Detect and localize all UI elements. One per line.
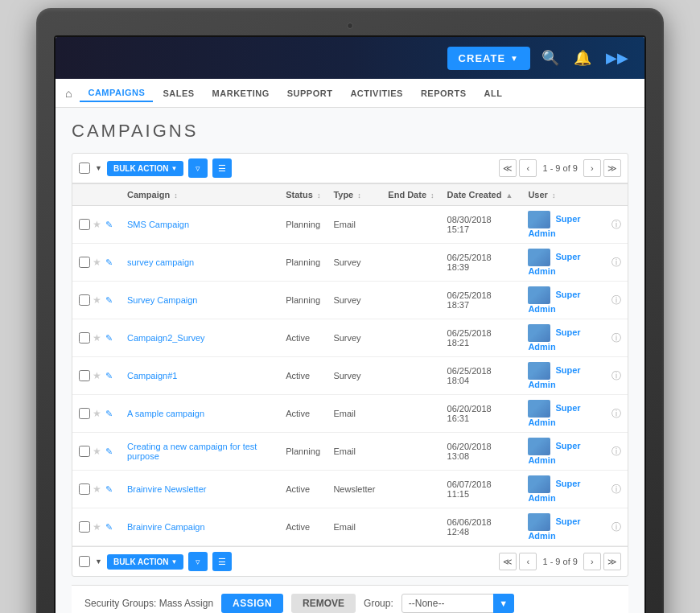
select-all-checkbox-bottom[interactable] <box>79 556 90 567</box>
row-edit-6[interactable]: ✎ <box>105 446 113 457</box>
row-edit-3[interactable]: ✎ <box>105 333 113 344</box>
row-star-5[interactable]: ★ <box>93 408 101 419</box>
row-star-3[interactable]: ★ <box>93 332 101 344</box>
info-icon-8[interactable]: ⓘ <box>611 521 621 533</box>
row-star-7[interactable]: ★ <box>93 483 101 495</box>
info-icon-5[interactable]: ⓘ <box>611 408 621 419</box>
bell-icon[interactable]: 🔔 <box>570 46 595 70</box>
filter-icon-btn-top[interactable]: ▿ <box>188 158 208 178</box>
row-star-8[interactable]: ★ <box>93 521 101 533</box>
remove-button[interactable]: REMOVE <box>291 594 356 613</box>
nav-campaigns[interactable]: CAMPAIGNS <box>80 84 153 102</box>
th-user[interactable]: User ↕ <box>521 184 605 206</box>
group-select[interactable]: --None-- <box>401 594 514 613</box>
row-info-5: ⓘ <box>605 395 628 433</box>
campaign-link-8[interactable]: Brainvire Campaign <box>127 522 205 532</box>
last-page-btn-bottom[interactable]: ≫ <box>603 553 621 570</box>
row-checkbox-7[interactable] <box>79 483 90 495</box>
next-page-btn-top[interactable]: › <box>583 159 601 177</box>
th-actions <box>605 184 628 206</box>
row-edit-2[interactable]: ✎ <box>105 295 113 306</box>
campaign-link-1[interactable]: survey campaign <box>127 257 194 267</box>
first-page-btn-bottom[interactable]: ≪ <box>499 553 517 570</box>
select-all-checkbox-top[interactable] <box>79 163 90 174</box>
search-icon[interactable]: 🔍 <box>538 46 562 70</box>
select-dropdown-bottom[interactable]: ▼ <box>95 557 102 566</box>
nav-all[interactable]: ALL <box>476 85 511 101</box>
row-info-6: ⓘ <box>605 433 628 471</box>
campaign-link-2[interactable]: Survey Campaign <box>127 295 197 305</box>
info-icon-7[interactable]: ⓘ <box>611 483 621 495</box>
home-icon[interactable]: ⌂ <box>65 87 72 100</box>
row-checkbox-5[interactable] <box>79 408 90 419</box>
nav-support[interactable]: SUPPORT <box>279 85 341 101</box>
row-checkbox-3[interactable] <box>79 332 90 344</box>
campaign-link-0[interactable]: SMS Campaign <box>127 220 189 229</box>
campaign-link-4[interactable]: Campaign#1 <box>127 371 177 381</box>
row-edit-1[interactable]: ✎ <box>105 257 113 268</box>
th-end-date[interactable]: End Date ↕ <box>381 184 440 206</box>
camera-dot <box>347 23 353 29</box>
assign-button[interactable]: ASSIGN <box>221 594 283 613</box>
select-dropdown-top[interactable]: ▼ <box>95 164 102 172</box>
columns-icon-btn-bottom[interactable]: ☰ <box>212 552 232 571</box>
info-icon-1[interactable]: ⓘ <box>611 257 621 268</box>
nav-activities[interactable]: ACTIVITIES <box>342 85 411 101</box>
th-date-created[interactable]: Date Created ▲ <box>441 184 522 206</box>
nav-marketing[interactable]: MARKETING <box>204 85 278 101</box>
bulk-action-btn-bottom[interactable]: BULK ACTION ▼ <box>107 554 183 570</box>
prev-page-btn-top[interactable]: ‹ <box>519 159 537 177</box>
first-page-btn-top[interactable]: ≪ <box>499 159 517 177</box>
row-edit-8[interactable]: ✎ <box>105 522 113 533</box>
row-checkbox-4[interactable] <box>79 370 90 381</box>
th-type[interactable]: Type ↕ <box>327 184 381 206</box>
row-checkbox-2[interactable] <box>79 294 90 306</box>
row-name-8: Brainvire Campaign <box>121 508 279 546</box>
row-checkbox-1[interactable] <box>79 257 90 268</box>
prev-page-btn-bottom[interactable]: ‹ <box>519 553 537 570</box>
row-star-2[interactable]: ★ <box>93 294 101 306</box>
nav-reports[interactable]: REPORTS <box>413 85 475 101</box>
info-icon-2[interactable]: ⓘ <box>611 294 621 306</box>
security-label: Security Groups: Mass Assign <box>84 598 213 609</box>
row-edit-7[interactable]: ✎ <box>105 484 113 495</box>
row-checkbox-8[interactable] <box>79 521 90 533</box>
row-status-7: Active <box>279 471 327 508</box>
row-star-0[interactable]: ★ <box>93 219 101 230</box>
row-checkbox-6[interactable] <box>79 446 90 457</box>
info-icon-3[interactable]: ⓘ <box>611 332 621 344</box>
bulk-action-btn-top[interactable]: BULK ACTION ▼ <box>107 161 183 176</box>
row-info-4: ⓘ <box>605 357 628 395</box>
campaign-link-5[interactable]: A sample campaign <box>127 409 204 418</box>
row-status-1: Planning <box>279 244 327 282</box>
row-user-7: Super Admin <box>521 471 605 508</box>
campaign-link-3[interactable]: Campaign2_Survey <box>127 333 205 343</box>
user-avatar-4 <box>528 362 550 380</box>
row-star-6[interactable]: ★ <box>93 446 101 457</box>
row-star-1[interactable]: ★ <box>93 257 101 268</box>
next-page-btn-bottom[interactable]: › <box>583 553 601 570</box>
row-datecreated-7: 06/07/2018 11:15 <box>441 471 522 508</box>
row-edit-0[interactable]: ✎ <box>105 220 113 230</box>
row-datecreated-4: 06/25/2018 18:04 <box>441 357 522 395</box>
campaign-link-7[interactable]: Brainvire Newsletter <box>127 484 206 494</box>
row-edit-4[interactable]: ✎ <box>105 371 113 381</box>
row-checkbox-0[interactable] <box>79 219 90 230</box>
last-page-btn-top[interactable]: ≫ <box>603 159 621 177</box>
filter-icon-btn-bottom[interactable]: ▿ <box>188 552 208 571</box>
info-icon-4[interactable]: ⓘ <box>611 370 621 381</box>
create-button[interactable]: CREATE ▼ <box>447 47 530 70</box>
row-star-4[interactable]: ★ <box>93 370 101 381</box>
info-icon-6[interactable]: ⓘ <box>611 446 621 457</box>
user-avatar-6 <box>528 438 550 455</box>
nav-sales[interactable]: SALES <box>154 85 202 101</box>
apps-icon[interactable]: ▶▶ <box>603 46 632 70</box>
th-status[interactable]: Status ↕ <box>279 184 327 206</box>
row-edit-5[interactable]: ✎ <box>105 409 113 419</box>
info-icon-0[interactable]: ⓘ <box>611 219 621 230</box>
row-type-2: Survey <box>327 282 381 319</box>
columns-icon-btn-top[interactable]: ☰ <box>212 158 232 178</box>
th-campaign[interactable]: Campaign ↕ <box>121 184 279 206</box>
row-type-6: Email <box>327 433 381 471</box>
campaign-link-6[interactable]: Creating a new campaign for test purpose <box>127 442 257 461</box>
